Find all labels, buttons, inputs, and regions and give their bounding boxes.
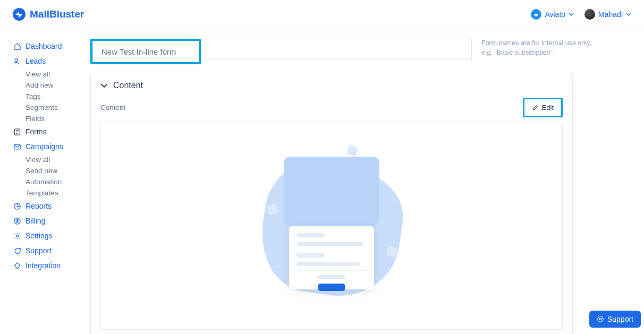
- svg-point-11: [598, 316, 604, 322]
- chevron-down-icon: [100, 82, 108, 89]
- gear-icon: [13, 232, 21, 240]
- sidebar-label: Campaigns: [26, 142, 63, 151]
- form-name-input[interactable]: [92, 41, 199, 62]
- pencil-icon: [532, 104, 539, 111]
- sidebar-label: Settings: [26, 232, 53, 240]
- edit-button-highlight: Edit: [523, 98, 563, 117]
- users-icon: [13, 57, 21, 65]
- sidebar-label: Forms: [26, 127, 47, 136]
- form-name-hint: Form names are for internal use only, e.…: [481, 39, 591, 57]
- sidebar-item-leads[interactable]: Leads: [13, 54, 90, 68]
- brand[interactable]: MailBluster: [13, 8, 84, 21]
- content-preview: [100, 122, 563, 330]
- chevron-down-icon: [569, 12, 574, 17]
- sidebar-sub-leads-fields[interactable]: Fields: [13, 113, 90, 124]
- main: Form names are for internal use only, e.…: [90, 29, 644, 334]
- sidebar-label: Dashboard: [26, 42, 62, 50]
- chart-icon: [13, 202, 21, 210]
- content-panel: Content Content Edit: [90, 73, 573, 334]
- brand-logo-icon: [13, 8, 26, 21]
- sidebar-sub-leads-tags[interactable]: Tags: [13, 91, 90, 102]
- sidebar-sub-leads-viewall[interactable]: View all: [13, 68, 90, 80]
- svg-point-2: [15, 58, 18, 61]
- chat-icon: [13, 246, 21, 255]
- workspace-badge-icon: [531, 9, 541, 20]
- sidebar-item-settings[interactable]: Settings: [13, 228, 90, 243]
- workspace-switcher[interactable]: Aviato: [531, 9, 574, 20]
- form-name-input-extension[interactable]: [201, 39, 472, 60]
- sidebar-item-integration[interactable]: Integration: [13, 258, 90, 273]
- topbar-right: Aviato Mahadi: [531, 9, 631, 20]
- chevron-down-icon: [626, 12, 631, 17]
- form-placeholder-illustration: [252, 141, 411, 311]
- dollar-icon: [13, 217, 21, 225]
- sidebar-item-reports[interactable]: Reports: [13, 199, 90, 213]
- sidebar-label: Billing: [26, 217, 45, 225]
- support-fab[interactable]: Support: [589, 311, 641, 328]
- sidebar-label: Leads: [26, 57, 46, 65]
- user-menu[interactable]: Mahadi: [584, 9, 631, 20]
- sidebar-sub-camp-viewall[interactable]: View all: [13, 154, 90, 165]
- chat-icon: [597, 315, 604, 323]
- workspace-name: Aviato: [545, 10, 565, 19]
- edit-label: Edit: [542, 104, 554, 112]
- sidebar-sub-camp-sendnew[interactable]: Send new: [13, 165, 90, 176]
- brand-name: MailBluster: [30, 8, 84, 20]
- sidebar-sub-camp-automation[interactable]: Automation: [13, 176, 90, 187]
- form-name-highlight: [90, 39, 201, 64]
- sidebar-label: Integration: [26, 261, 61, 270]
- sidebar-item-campaigns[interactable]: Campaigns: [13, 139, 90, 154]
- sidebar-sub-camp-templates[interactable]: Templates: [13, 187, 90, 199]
- support-fab-label: Support: [607, 315, 633, 323]
- diamond-icon: [13, 261, 21, 270]
- avatar: [584, 9, 595, 20]
- form-icon: [13, 127, 21, 136]
- sidebar-item-billing[interactable]: Billing: [13, 213, 90, 228]
- sidebar-item-forms[interactable]: Forms: [13, 124, 90, 139]
- panel-title: Content: [113, 81, 143, 90]
- sidebar-label: Reports: [26, 202, 52, 210]
- hint-line: Form names are for internal use only,: [481, 39, 591, 48]
- content-label: Content: [100, 104, 125, 112]
- top-bar: MailBluster Aviato Mahadi: [0, 0, 644, 29]
- panel-header[interactable]: Content: [91, 73, 572, 98]
- sidebar-sub-leads-segments[interactable]: Segments: [13, 102, 90, 113]
- user-name: Mahadi: [598, 10, 623, 19]
- sidebar: Dashboard Leads View all Add new Tags Se…: [0, 29, 90, 334]
- home-icon: [13, 42, 21, 50]
- sidebar-sub-leads-addnew[interactable]: Add new: [13, 80, 90, 91]
- sidebar-item-dashboard[interactable]: Dashboard: [13, 39, 90, 54]
- sidebar-item-support[interactable]: Support: [13, 243, 90, 258]
- mail-icon: [13, 142, 21, 151]
- svg-point-12: [599, 318, 601, 320]
- sidebar-label: Support: [26, 246, 52, 255]
- svg-point-10: [16, 235, 18, 237]
- hint-line: e.g. "Basic subscription": [481, 48, 591, 58]
- edit-button[interactable]: Edit: [525, 100, 561, 115]
